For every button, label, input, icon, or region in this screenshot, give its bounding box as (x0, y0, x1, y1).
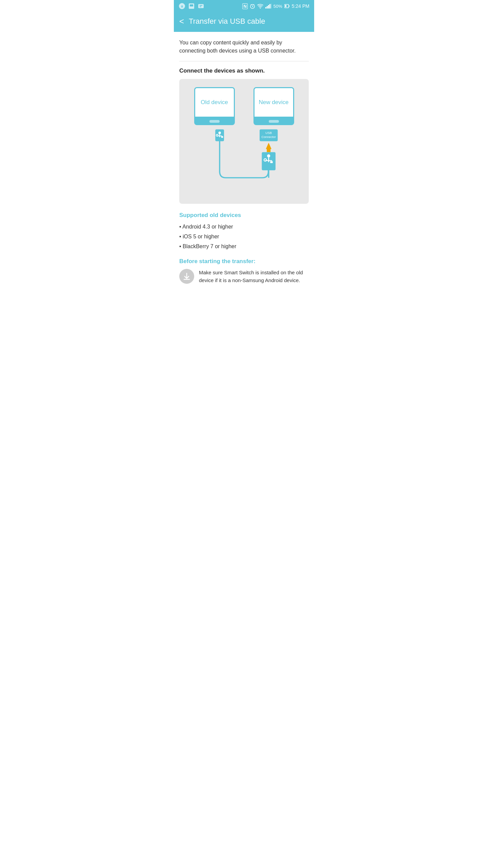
alarm-icon (250, 3, 255, 9)
supported-title: Supported old devices (179, 212, 309, 219)
back-button[interactable]: < (179, 17, 184, 25)
svg-rect-38 (270, 161, 272, 163)
svg-point-12 (260, 8, 261, 9)
svg-text:USB: USB (265, 131, 272, 135)
svg-point-34 (267, 154, 270, 157)
before-section: Before starting the transfer: Make sure … (179, 258, 309, 284)
old-device-label: Old device (201, 99, 228, 106)
svg-rect-32 (267, 149, 270, 152)
svg-text:a: a (181, 4, 183, 8)
svg-rect-27 (221, 136, 223, 138)
status-bar: a N (174, 0, 314, 12)
list-item-ios: iOS 5 or higher (179, 232, 309, 242)
before-title: Before starting the transfer: (179, 258, 309, 265)
info-row: Make sure Smart Switch is installed on t… (179, 269, 309, 284)
cable-diagram: USB Connector (185, 125, 303, 194)
signal-icon (265, 4, 271, 8)
battery-percent: 50% (273, 4, 282, 9)
status-bar-right-icons: N 50% (242, 3, 309, 9)
svg-rect-3 (190, 4, 193, 6)
new-device-phone: New device (253, 87, 294, 125)
app-icon-1: a (179, 3, 185, 9)
svg-marker-31 (266, 143, 271, 149)
download-icon (182, 272, 191, 281)
new-device-screen: New device (253, 87, 294, 118)
battery-icon (284, 4, 290, 8)
list-item-android: Android 4.3 or higher (179, 222, 309, 232)
new-device-bottom (253, 118, 294, 125)
supported-section: Supported old devices Android 4.3 or hig… (179, 212, 309, 251)
app-icon-3 (198, 3, 204, 9)
svg-rect-16 (269, 4, 270, 8)
header: < Transfer via USB cable (174, 12, 314, 32)
status-bar-left-icons: a (179, 3, 204, 9)
connect-heading: Connect the devices as shown. (179, 67, 309, 74)
svg-line-9 (252, 6, 253, 7)
main-content: You can copy content quickly and easily … (174, 32, 314, 296)
new-device-label: New device (259, 99, 289, 106)
supported-list: Android 4.3 or higher iOS 5 or higher Bl… (179, 222, 309, 251)
svg-rect-14 (267, 6, 268, 8)
svg-text:Connector: Connector (262, 135, 276, 139)
old-device-phone: Old device (194, 87, 235, 125)
svg-rect-4 (198, 4, 204, 8)
svg-rect-13 (265, 7, 266, 8)
old-device-bottom (194, 118, 235, 125)
nfc-icon: N (242, 3, 247, 9)
cable-svg: USB Connector (185, 125, 303, 193)
description-text: You can copy content quickly and easily … (179, 39, 309, 55)
old-device-button (209, 120, 220, 123)
before-info-text: Make sure Smart Switch is installed on t… (199, 269, 309, 284)
svg-rect-15 (268, 5, 269, 8)
wifi-icon (257, 4, 263, 8)
divider (179, 61, 309, 61)
app-icon-2 (188, 3, 195, 9)
svg-rect-19 (289, 5, 289, 7)
devices-row: Old device New device (185, 87, 303, 125)
header-title: Transfer via USB cable (189, 17, 265, 26)
svg-point-23 (218, 132, 221, 134)
old-device-screen: Old device (194, 87, 235, 118)
svg-rect-17 (271, 4, 271, 8)
device-diagram: Old device New device (179, 79, 309, 204)
new-device-button (269, 120, 279, 123)
list-item-blackberry: BlackBerry 7 or higher (179, 242, 309, 252)
status-time: 5:24 PM (292, 3, 309, 9)
download-icon-circle (179, 269, 194, 284)
